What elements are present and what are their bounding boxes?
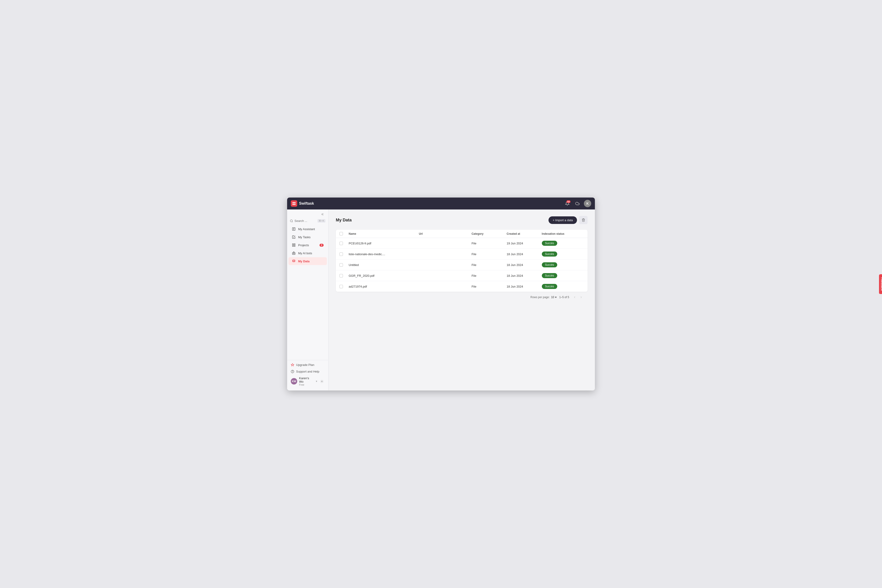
svg-point-4	[290, 220, 292, 222]
import-data-button[interactable]: + Import a data	[549, 216, 577, 224]
row-2-status-badge: Succès	[542, 252, 557, 256]
select-all-checkbox[interactable]	[339, 232, 343, 236]
sidebar-item-my-ai-bots-label: My AI bots	[298, 252, 312, 255]
sidebar-nav: My Assistant My Tasks	[287, 224, 328, 359]
svg-rect-2	[292, 204, 294, 205]
workspace-plan: Free	[299, 383, 314, 386]
sidebar-item-my-data[interactable]: My Data	[288, 257, 327, 265]
user-avatar-button[interactable]: K	[584, 200, 591, 207]
row-4-checkbox[interactable]	[339, 274, 343, 278]
support-help-button[interactable]: Support and Help	[288, 368, 327, 375]
row-5-checkbox[interactable]	[339, 285, 343, 288]
row-5-category: File	[471, 285, 507, 288]
table-row: Untitled File 18 Jun 2024 Succès	[336, 260, 588, 270]
row-4-status: Succès	[542, 273, 584, 278]
workspace-chevron-icon: ▾	[316, 380, 317, 383]
col-header-name: Name	[349, 232, 419, 236]
content-header: My Data + Import a data	[336, 216, 588, 224]
svg-rect-8	[292, 245, 294, 246]
logo[interactable]: Swiftask	[291, 200, 314, 207]
row-1-status: Succès	[542, 241, 584, 246]
delete-button[interactable]	[579, 216, 588, 224]
table-header: Name Url Category Created at Indexation …	[336, 230, 588, 238]
row-2-checkbox[interactable]	[339, 252, 343, 256]
next-page-button[interactable]	[578, 294, 584, 300]
workspace-avatar: KW	[291, 378, 297, 384]
upgrade-plan-button[interactable]: Upgrade Plan	[288, 362, 327, 368]
logo-text: Swiftask	[299, 201, 314, 206]
upgrade-icon	[291, 363, 294, 367]
projects-badge: 2	[320, 244, 324, 247]
pagination-info: 1–5 of 5	[559, 296, 569, 299]
notifications-button[interactable]: 54	[564, 200, 571, 207]
row-3-checkbox[interactable]	[339, 263, 343, 267]
search-bar[interactable]: Search ... ⌘+K	[287, 218, 328, 224]
tasks-icon	[292, 235, 296, 239]
topbar: Swiftask 54 K	[287, 198, 595, 210]
search-shortcut: ⌘+K	[317, 219, 326, 223]
col-header-category: Category	[471, 232, 507, 236]
sidebar-item-my-ai-bots[interactable]: My AI bots	[288, 249, 327, 257]
row-3-category: File	[471, 263, 507, 267]
svg-rect-0	[292, 202, 294, 203]
sidebar-item-my-tasks-label: My Tasks	[298, 236, 310, 239]
row-5-status: Succès	[542, 284, 584, 289]
chevron-left-icon	[573, 296, 576, 299]
feedback-tab[interactable]: Feedback	[879, 274, 882, 294]
prev-page-button[interactable]	[572, 294, 578, 300]
chevron-right-icon	[579, 296, 583, 299]
row-2-category: File	[471, 252, 507, 256]
svg-point-11	[293, 253, 294, 254]
table-row: liste-nationale-des-medic.... File 18 Ju…	[336, 249, 588, 260]
row-5-created-at: 18 Jun 2024	[507, 285, 542, 288]
support-help-label: Support and Help	[296, 370, 319, 373]
col-header-created-at: Created at	[507, 232, 542, 236]
row-5-status-badge: Succès	[542, 284, 557, 289]
row-5-name: ad271974.pdf	[349, 285, 419, 288]
svg-rect-6	[292, 244, 294, 245]
rows-per-page-control: Rows per page: 10 ▾	[530, 296, 556, 299]
svg-point-12	[294, 253, 294, 254]
svg-point-16	[321, 381, 322, 382]
header-checkbox-cell[interactable]	[339, 232, 349, 236]
app-window: Swiftask 54 K	[287, 198, 595, 390]
row-2-name: liste-nationale-des-medic....	[349, 252, 419, 256]
notification-badge: 54	[566, 200, 570, 203]
svg-rect-9	[294, 245, 295, 246]
svg-rect-3	[294, 204, 296, 205]
bots-icon	[292, 251, 296, 255]
row-3-created-at: 18 Jun 2024	[507, 263, 542, 267]
workspace-row[interactable]: KW Karen's Wo Free ▾	[288, 375, 327, 388]
logo-icon	[291, 200, 297, 207]
rows-per-page-dropdown-icon: ▾	[555, 296, 556, 299]
data-icon	[292, 259, 296, 263]
sidebar-item-projects[interactable]: Projects 2	[288, 241, 327, 249]
workspace-settings-button[interactable]	[319, 378, 324, 384]
rows-per-page-select[interactable]: 10 ▾	[551, 296, 556, 299]
table-row: GGR_FR_2020.pdf File 18 Jun 2024 Succès	[336, 270, 588, 281]
row-1-checkbox[interactable]	[339, 242, 343, 245]
sidebar-item-my-tasks[interactable]: My Tasks	[288, 233, 327, 241]
trash-icon	[582, 218, 585, 222]
col-header-url: Url	[419, 232, 471, 236]
content-area: My Data + Import a data	[328, 210, 595, 390]
table-row: PCEU0126-fr.pdf File 19 Jun 2024 Succès	[336, 238, 588, 249]
sidebar-item-my-assistant-label: My Assistant	[298, 227, 315, 231]
rows-per-page-value: 10	[551, 296, 554, 299]
search-icon	[290, 219, 293, 223]
page-title: My Data	[336, 218, 352, 223]
workspace-info: Karen's Wo Free	[299, 376, 314, 386]
row-4-created-at: 18 Jun 2024	[507, 274, 542, 278]
support-icon	[291, 370, 294, 373]
table-footer: Rows per page: 10 ▾ 1–5 of 5	[336, 292, 588, 301]
sidebar: Search ... ⌘+K My Assistant	[287, 210, 328, 390]
search-placeholder: Search ...	[294, 219, 308, 223]
row-4-category: File	[471, 274, 507, 278]
weather-button[interactable]	[574, 200, 581, 207]
pagination-nav	[572, 294, 584, 300]
svg-rect-1	[294, 202, 296, 203]
collapse-sidebar-button[interactable]	[320, 212, 326, 217]
svg-rect-10	[292, 252, 295, 255]
sidebar-item-my-assistant[interactable]: My Assistant	[288, 225, 327, 233]
sidebar-item-my-data-label: My Data	[298, 260, 310, 263]
